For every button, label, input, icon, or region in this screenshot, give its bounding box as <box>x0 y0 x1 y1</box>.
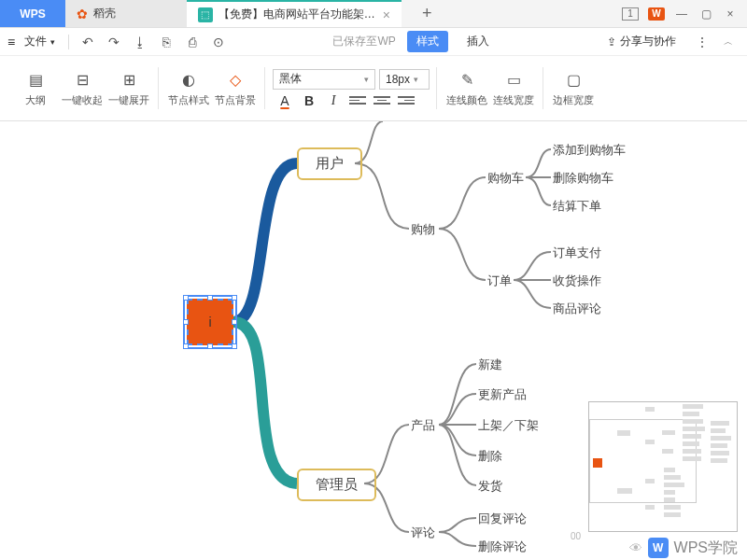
style-tab[interactable]: 样式 <box>407 31 448 52</box>
node-p-new[interactable]: 新建 <box>478 357 502 373</box>
align-left-button[interactable] <box>349 93 366 108</box>
root-node[interactable]: i <box>187 299 233 345</box>
outline-button[interactable]: ▤大纲 <box>13 63 58 115</box>
window-controls: 1 W — ▢ × <box>622 0 747 27</box>
line-width-icon: ▭ <box>507 70 521 91</box>
tab-label: 稻壳 <box>93 6 116 21</box>
line-color-button[interactable]: ✎连线颜色 <box>444 63 489 115</box>
node-product[interactable]: 产品 <box>411 417 435 434</box>
font-family-select[interactable]: 黑体▾ <box>273 69 375 90</box>
undo-button[interactable]: ↶ <box>77 32 99 52</box>
border-width-icon: ▢ <box>567 70 581 91</box>
mindmap-canvas[interactable]: i 用户 管理员 购物 购物车 添加到购物车 删除购物车 结算下单 订单 订单支… <box>0 121 747 560</box>
file-menu[interactable]: 文件 ▾ <box>19 32 61 51</box>
hamburger-icon[interactable]: ≡ <box>7 35 15 49</box>
mindmap-icon: ⬚ <box>198 7 213 22</box>
collapse-all-button[interactable]: ⊟一键收起 <box>60 63 105 115</box>
node-p-ship[interactable]: 发货 <box>478 478 502 495</box>
eye-icon: 👁 <box>629 540 642 555</box>
tab-count-badge[interactable]: 1 <box>622 7 639 21</box>
node-order[interactable]: 订单 <box>487 273 512 289</box>
node-order-recv[interactable]: 收货操作 <box>553 273 601 289</box>
export-button[interactable]: ⎘ <box>155 32 177 52</box>
line-width-button[interactable]: ▭连线宽度 <box>491 63 536 115</box>
node-p-shelf[interactable]: 上架／下架 <box>478 417 539 434</box>
node-bg-icon: ◇ <box>230 70 241 91</box>
chevron-down-icon: ▾ <box>364 75 369 84</box>
node-admin[interactable]: 管理员 <box>297 469 376 501</box>
node-order-comment[interactable]: 商品评论 <box>553 301 601 317</box>
fire-icon: ✿ <box>77 7 88 21</box>
more-menu[interactable]: ⋮ <box>691 32 713 52</box>
ribbon: ▤大纲 ⊟一键收起 ⊞一键展开 ◐节点样式 ◇节点背景 黑体▾ 18px▾ A … <box>0 56 747 121</box>
font-color-button[interactable]: A <box>276 93 293 108</box>
node-bg-button[interactable]: ◇节点背景 <box>213 63 258 115</box>
node-cart-add[interactable]: 添加到购物车 <box>553 142 626 159</box>
insert-tab[interactable]: 插入 <box>459 31 497 52</box>
menu-bar: ≡ 文件 ▾ ↶ ↷ ⭳ ⎘ ⎙ ⊙ 已保存至WP 样式 插入 ⇪ 分享与协作 … <box>0 28 747 56</box>
print-button[interactable]: ⎙ <box>181 32 204 52</box>
align-center-button[interactable] <box>374 93 390 108</box>
line-color-icon: ✎ <box>461 70 473 91</box>
outline-icon: ▤ <box>29 70 43 91</box>
download-button[interactable]: ⭳ <box>129 32 151 52</box>
collapse-icon: ⊟ <box>77 70 89 91</box>
node-user[interactable]: 用户 <box>297 147 362 180</box>
share-icon: ⇪ <box>607 35 616 49</box>
italic-button[interactable]: I <box>325 93 342 108</box>
node-c-reply[interactable]: 回复评论 <box>478 511 527 527</box>
tab-document[interactable]: ⬚ 【免费】电商网站平台功能架构图 × <box>187 0 402 27</box>
align-right-button[interactable] <box>398 93 415 108</box>
watermark: 👁 W WPS学院 <box>629 538 738 558</box>
redo-button[interactable]: ↷ <box>103 32 125 52</box>
font-size-select[interactable]: 18px▾ <box>379 69 430 90</box>
tab-label: 【免费】电商网站平台功能架构图 <box>218 7 377 22</box>
node-shopping[interactable]: 购物 <box>411 221 435 238</box>
maximize-icon[interactable]: ▢ <box>698 7 713 21</box>
node-comment[interactable]: 评论 <box>411 525 435 541</box>
node-c-delete[interactable]: 删除评论 <box>478 539 527 555</box>
titlebar: WPS ✿ 稻壳 ⬚ 【免费】电商网站平台功能架构图 × + 1 W — ▢ × <box>0 0 747 28</box>
collapse-ribbon[interactable]: ︿ <box>717 32 740 52</box>
node-order-pay[interactable]: 订单支付 <box>553 245 601 261</box>
wps-logo-icon[interactable]: W <box>648 7 665 21</box>
chevron-down-icon: ▾ <box>414 75 418 84</box>
node-cart[interactable]: 购物车 <box>487 170 524 187</box>
node-style-icon: ◐ <box>182 70 195 91</box>
tab-daoke[interactable]: ✿ 稻壳 <box>65 0 187 27</box>
new-tab-button[interactable]: + <box>402 0 453 27</box>
expand-all-button[interactable]: ⊞一键展开 <box>106 63 151 115</box>
node-style-button[interactable]: ◐节点样式 <box>166 63 211 115</box>
border-width-button[interactable]: ▢边框宽度 <box>551 63 596 115</box>
node-cart-del[interactable]: 删除购物车 <box>553 170 613 187</box>
share-button[interactable]: ⇪ 分享与协作 <box>599 31 684 52</box>
wps-logo-icon: W <box>648 538 669 558</box>
node-p-update[interactable]: 更新产品 <box>478 386 527 403</box>
save-status: 已保存至WP <box>332 34 395 49</box>
minimize-icon[interactable]: — <box>674 7 689 21</box>
node-checkout[interactable]: 结算下单 <box>553 198 601 215</box>
expand-icon: ⊞ <box>123 70 135 91</box>
close-window-icon[interactable]: × <box>723 7 738 21</box>
bold-button[interactable]: B <box>301 93 317 108</box>
search-button[interactable]: ⊙ <box>207 32 230 52</box>
node-p-delete[interactable]: 删除 <box>478 448 502 465</box>
watermark-text: WPS学院 <box>674 539 738 558</box>
minimap[interactable] <box>588 401 738 532</box>
tab-wps[interactable]: WPS <box>0 0 65 27</box>
zoom-value: 00 <box>571 531 581 541</box>
plus-icon: + <box>413 4 442 23</box>
close-icon[interactable]: × <box>383 7 390 22</box>
